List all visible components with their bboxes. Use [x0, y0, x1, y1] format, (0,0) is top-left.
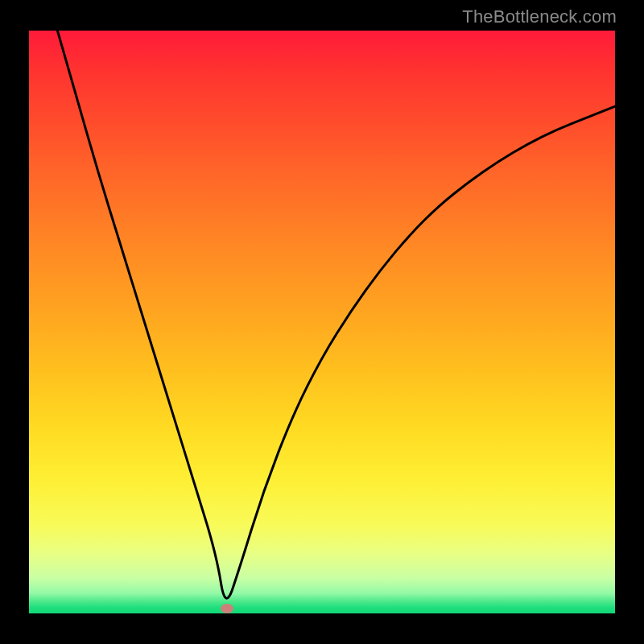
plot-area: [29, 31, 615, 613]
watermark-text: TheBottleneck.com: [462, 6, 617, 27]
curve-svg: [29, 31, 615, 613]
chart-frame: TheBottleneck.com: [0, 0, 644, 644]
minimum-marker: [221, 604, 233, 613]
curve-path: [52, 31, 615, 598]
